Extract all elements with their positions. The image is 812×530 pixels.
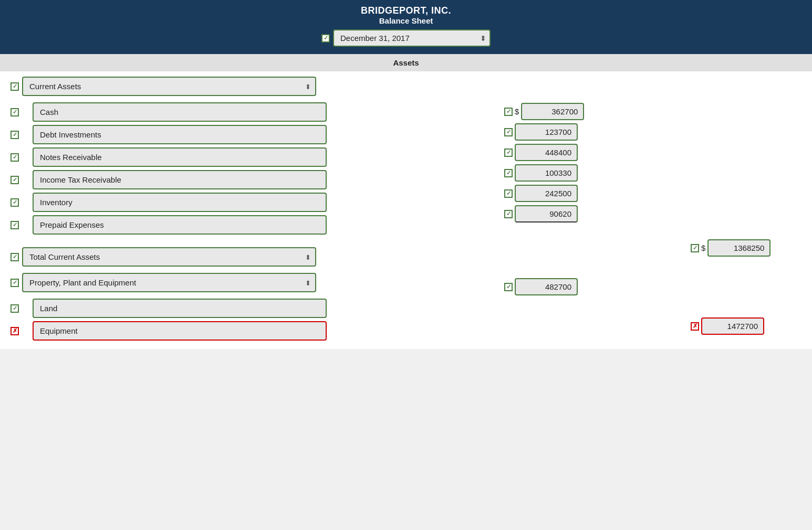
date-select-wrapper[interactable]: December 31, 2017: [333, 29, 491, 47]
land-amount-checkbox[interactable]: [504, 283, 513, 291]
equipment-label: Equipment: [33, 321, 327, 341]
income-tax-receivable-amount[interactable]: 100330: [515, 164, 578, 182]
spacer-ppe: [504, 252, 584, 275]
debt-investments-checkbox[interactable]: [11, 131, 19, 139]
report-title: Balance Sheet: [0, 16, 812, 25]
total-ca-dollar: $: [701, 243, 705, 252]
spacer-current-assets: [504, 77, 584, 100]
equipment-total-checkbox[interactable]: [691, 322, 699, 331]
income-tax-receivable-label: Income Tax Receivable: [33, 170, 327, 189]
right-col1: $ 362700 123700 448400 100330 242500: [504, 77, 584, 299]
notes-receivable-amount[interactable]: 448400: [515, 144, 578, 161]
land-amount-row: 482700: [504, 278, 584, 295]
notes-receivable-amount-checkbox[interactable]: [504, 149, 513, 157]
debt-investments-row: Debt Investments: [11, 125, 341, 144]
total-current-assets-amount-row: $ 1368250: [691, 239, 771, 257]
income-tax-receivable-amount-checkbox[interactable]: [504, 169, 513, 177]
inventory-amount-checkbox[interactable]: [504, 189, 513, 198]
debt-investments-amount-checkbox[interactable]: [504, 128, 513, 136]
land-amount[interactable]: 482700: [515, 278, 578, 295]
land-checkbox[interactable]: [11, 304, 19, 313]
cash-row: Cash: [11, 102, 341, 122]
left-col: Current Assets Cash Debt Investments Not…: [11, 77, 347, 344]
equipment-checkbox[interactable]: [11, 327, 19, 335]
inventory-checkbox[interactable]: [11, 198, 19, 207]
ppe-row: Property, Plant and Equipment: [11, 273, 341, 292]
equipment-total-amount[interactable]: 1472700: [701, 317, 764, 335]
date-select[interactable]: December 31, 2017: [333, 29, 491, 47]
total-ca-checkbox[interactable]: [691, 244, 699, 252]
spacer-before-total: [691, 77, 771, 239]
inventory-amount-row: 242500: [504, 185, 584, 202]
prepaid-expenses-checkbox[interactable]: [11, 221, 19, 229]
cash-checkbox[interactable]: [11, 108, 19, 116]
equipment-total-amount-row: 1472700: [691, 317, 771, 335]
spacer-before-equipment: [691, 260, 771, 317]
prepaid-expenses-label: Prepaid Expenses: [33, 215, 327, 235]
content-area: Current Assets Cash Debt Investments Not…: [0, 71, 812, 349]
debt-investments-amount[interactable]: 123700: [515, 123, 578, 141]
inventory-label: Inventory: [33, 193, 327, 212]
land-row: Land: [11, 299, 341, 318]
assets-section-header: Assets: [0, 54, 812, 71]
total-current-assets-label[interactable]: Total Current Assets: [22, 247, 316, 267]
total-current-assets-checkbox[interactable]: [11, 253, 19, 261]
total-current-assets-row: Total Current Assets: [11, 247, 341, 267]
date-checkbox[interactable]: [321, 34, 330, 43]
cash-amount[interactable]: 362700: [521, 103, 584, 120]
cash-dollar: $: [515, 107, 519, 116]
company-name: BRIDGEPORT, INC.: [0, 5, 812, 16]
cash-amount-row: $ 362700: [504, 103, 584, 120]
prepaid-expenses-row: Prepaid Expenses: [11, 215, 341, 235]
cash-label: Cash: [33, 102, 327, 122]
ppe-checkbox[interactable]: [11, 279, 19, 287]
current-assets-label[interactable]: Current Assets: [22, 77, 316, 96]
equipment-row: Equipment: [11, 321, 341, 341]
cash-amount-checkbox[interactable]: [504, 108, 513, 116]
inventory-amount[interactable]: 242500: [515, 185, 578, 202]
ppe-label[interactable]: Property, Plant and Equipment: [22, 273, 316, 292]
current-assets-checkbox[interactable]: [11, 82, 19, 91]
right-col2: $ 1368250 1472700: [691, 77, 771, 338]
land-label: Land: [33, 299, 327, 318]
debt-investments-amount-row: 123700: [504, 123, 584, 141]
total-current-assets-amount[interactable]: 1368250: [707, 239, 771, 257]
inventory-row: Inventory: [11, 193, 341, 212]
notes-receivable-amount-row: 448400: [504, 144, 584, 161]
prepaid-expenses-amount-checkbox[interactable]: [504, 210, 513, 218]
notes-receivable-label: Notes Receivable: [33, 147, 327, 167]
income-tax-receivable-amount-row: 100330: [504, 164, 584, 182]
current-assets-row: Current Assets: [11, 77, 341, 96]
income-tax-receivable-checkbox[interactable]: [11, 176, 19, 184]
header: BRIDGEPORT, INC. Balance Sheet December …: [0, 0, 812, 54]
prepaid-expenses-amount-row: 90620: [504, 205, 584, 222]
spacer-total: [504, 226, 584, 252]
debt-investments-label: Debt Investments: [33, 125, 327, 144]
notes-receivable-checkbox[interactable]: [11, 153, 19, 162]
notes-receivable-row: Notes Receivable: [11, 147, 341, 167]
prepaid-expenses-amount[interactable]: 90620: [515, 205, 578, 222]
main-layout: Current Assets Cash Debt Investments Not…: [11, 77, 801, 344]
income-tax-receivable-row: Income Tax Receivable: [11, 170, 341, 189]
